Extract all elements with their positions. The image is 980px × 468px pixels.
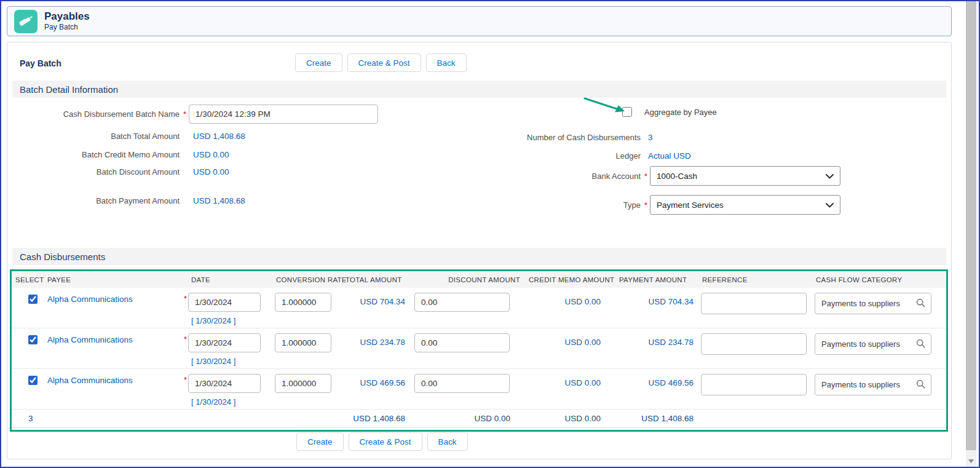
num-disbursements-row: Number of Cash Disbursements 3	[467, 131, 653, 143]
payment-amount-value: USD 234.78	[619, 333, 696, 366]
vertical-scrollbar[interactable]	[966, 1, 976, 467]
required-asterisk: *	[184, 335, 187, 344]
cash-flow-category-value: Payments to suppliers	[821, 339, 900, 349]
payee-link[interactable]: Alpha Communications	[47, 335, 133, 344]
cash-disbursements-table: SELECT PAYEE DATE CONVERSION RATE TOTAL …	[12, 272, 946, 428]
search-icon[interactable]	[916, 339, 925, 350]
date-input[interactable]	[188, 333, 261, 352]
column-header-total-amount: TOTAL AMOUNT	[346, 276, 410, 284]
column-header-payee: PAYEE	[47, 276, 183, 284]
batch-name-label: Cash Disbursement Batch Name	[14, 109, 180, 119]
total-amount-value: USD 704.34	[346, 293, 410, 325]
date-suggestion-link[interactable]: [ 1/30/2024 ]	[191, 357, 272, 366]
payables-handshake-icon	[14, 10, 38, 33]
scrollbar-down-button[interactable]	[966, 456, 976, 467]
create-and-post-button[interactable]: Create & Post	[349, 432, 422, 451]
table-header-row: SELECT PAYEE DATE CONVERSION RATE TOTAL …	[12, 272, 946, 288]
batch-name-input[interactable]	[189, 105, 378, 124]
date-input[interactable]	[188, 374, 261, 393]
aggregate-by-payee-checkbox[interactable]	[622, 107, 632, 117]
bank-account-select[interactable]: 1000-Cash	[650, 166, 840, 186]
totals-total-amount: USD 1,408.68	[346, 414, 410, 423]
create-button[interactable]: Create	[295, 54, 342, 72]
chevron-down-icon	[826, 200, 834, 210]
payee-link[interactable]: Alpha Communications	[47, 295, 133, 304]
batch-total-label: Batch Total Amount	[14, 132, 180, 141]
ledger-label: Ledger	[467, 151, 641, 161]
create-and-post-button[interactable]: Create & Post	[347, 54, 421, 72]
payee-link[interactable]: Alpha Communications	[47, 376, 133, 385]
total-amount-value: USD 234.78	[346, 333, 410, 366]
pay-batch-page: { "colors": { "outer_border_blue": "#274…	[0, 0, 980, 468]
chevron-down-icon	[826, 172, 834, 181]
num-disbursements-value: 3	[648, 133, 653, 142]
row-select-checkbox[interactable]	[28, 335, 38, 344]
batch-credit-memo-value: USD 0.00	[193, 150, 229, 159]
ledger-link[interactable]: Actual USD	[648, 151, 691, 161]
type-label: Type	[467, 200, 641, 210]
row-select-checkbox[interactable]	[28, 376, 38, 385]
type-select[interactable]: Payment Services	[650, 195, 840, 215]
batch-name-field-row: Cash Disbursement Batch Name *	[14, 105, 378, 124]
bank-account-row: Bank Account * 1000-Cash	[467, 166, 840, 186]
batch-discount-label: Batch Discount Amount	[14, 167, 180, 176]
toolbar-top: Create Create & Post Back	[295, 54, 467, 72]
back-button[interactable]: Back	[427, 432, 468, 451]
batch-payment-value: USD 1,408.68	[193, 196, 245, 205]
table-totals-row: 3 USD 1,408.68 USD 0.00 USD 0.00 USD 1,4…	[12, 410, 946, 428]
payment-amount-value: USD 469.56	[619, 374, 696, 407]
batch-credit-memo-label: Batch Credit Memo Amount	[14, 150, 180, 159]
batch-credit-memo-row: Batch Credit Memo Amount USD 0.00	[14, 148, 229, 161]
discount-amount-input[interactable]	[414, 333, 510, 352]
type-selected-value: Payment Services	[657, 200, 724, 210]
discount-amount-input[interactable]	[414, 293, 510, 312]
cash-flow-category-lookup[interactable]: Payments to suppliers	[815, 333, 931, 355]
reference-input[interactable]	[701, 333, 807, 355]
cash-disbursements-section-header: Cash Disbursements	[12, 248, 946, 265]
cash-flow-category-lookup[interactable]: Payments to suppliers	[815, 293, 931, 314]
column-header-reference: REFERENCE	[696, 276, 810, 284]
app-title: Payables	[44, 11, 90, 23]
required-asterisk: *	[644, 200, 647, 210]
column-header-date: DATE	[183, 276, 272, 284]
column-header-credit-memo-amount: CREDIT MEMO AMOUNT	[524, 276, 619, 284]
totals-discount-amount: USD 0.00	[410, 414, 524, 423]
conversion-rate-input[interactable]	[275, 293, 331, 312]
totals-payment-amount: USD 1,408.68	[619, 414, 696, 423]
column-header-select: SELECT	[12, 276, 47, 284]
type-row: Type * Payment Services	[467, 195, 840, 215]
credit-memo-amount-value: USD 0.00	[524, 293, 619, 325]
bank-account-selected-value: 1000-Cash	[657, 172, 697, 181]
scrollbar-thumb[interactable]	[966, 1, 976, 450]
date-suggestion-link[interactable]: [ 1/30/2024 ]	[191, 397, 272, 407]
ledger-row: Ledger Actual USD	[467, 149, 691, 162]
cash-flow-category-value: Payments to suppliers	[821, 380, 900, 389]
required-asterisk: *	[644, 172, 647, 181]
table-row: Alpha Communications * [ 1/30/2024 ] USD…	[12, 288, 946, 328]
create-button[interactable]: Create	[296, 432, 344, 451]
search-icon[interactable]	[916, 298, 925, 309]
triangle-down-icon	[968, 459, 974, 463]
date-suggestion-link[interactable]: [ 1/30/2024 ]	[191, 316, 272, 325]
reference-input[interactable]	[701, 293, 807, 314]
back-button[interactable]: Back	[426, 54, 467, 72]
column-header-conversion-rate: CONVERSION RATE	[272, 276, 346, 284]
search-icon[interactable]	[916, 379, 925, 391]
payment-amount-value: USD 704.34	[619, 293, 696, 325]
conversion-rate-input[interactable]	[275, 374, 331, 393]
conversion-rate-input[interactable]	[275, 333, 331, 352]
row-select-checkbox[interactable]	[28, 295, 38, 304]
column-header-discount-amount: DISCOUNT AMOUNT	[410, 276, 524, 284]
app-subtitle: Pay Batch	[44, 23, 90, 31]
table-row: Alpha Communications * [ 1/30/2024 ] USD…	[12, 369, 946, 410]
panel-title: Pay Batch	[20, 58, 61, 68]
batch-total-row: Batch Total Amount USD 1,408.68	[14, 130, 245, 142]
reference-input[interactable]	[701, 374, 807, 395]
toolbar-bottom: Create Create & Post Back	[296, 432, 468, 451]
cash-flow-category-lookup[interactable]: Payments to suppliers	[815, 374, 931, 395]
app-title-block: Payables Pay Batch	[44, 11, 90, 31]
date-input[interactable]	[188, 293, 261, 312]
totals-credit-memo-amount: USD 0.00	[524, 414, 619, 423]
batch-discount-row: Batch Discount Amount USD 0.00	[14, 165, 229, 178]
discount-amount-input[interactable]	[414, 374, 510, 393]
